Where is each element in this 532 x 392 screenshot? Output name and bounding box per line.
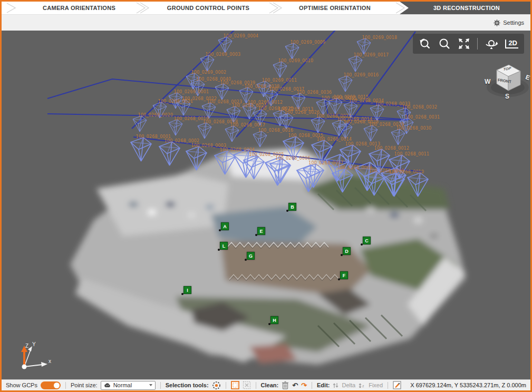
gcp-point — [268, 323, 270, 325]
zoom-reset-icon[interactable] — [419, 37, 431, 50]
axis-y-label: Y — [32, 341, 36, 347]
edit-points-icon[interactable] — [393, 381, 401, 389]
gcp-point — [219, 229, 221, 231]
chevron-down-icon — [149, 384, 152, 386]
show-gcps-toggle[interactable] — [41, 381, 61, 389]
fixed-button[interactable]: Fixed — [369, 382, 383, 388]
gcp-marker-G[interactable]: G — [247, 252, 255, 260]
gcp-label: C — [363, 237, 371, 244]
toggle-knob — [54, 383, 60, 388]
gcp-point — [255, 234, 257, 236]
gcp-label: I — [183, 286, 191, 294]
separator — [312, 382, 312, 389]
app-window: CAMERA ORIENTATIONS GROUND CONTROL POINT… — [0, 0, 532, 392]
selection-tools-label: Selection tools: — [166, 382, 209, 388]
axis-gizmo: x Y Z — [15, 342, 57, 375]
gcp-point — [361, 243, 363, 246]
clean-label: Clean: — [261, 382, 279, 388]
axis-x-label: x — [49, 358, 51, 364]
workflow-tab-bar: CAMERA ORIENTATIONS GROUND CONTROL POINT… — [2, 2, 530, 14]
settings-bar: Settings — [2, 14, 530, 31]
gcp-marker-C[interactable]: C — [363, 237, 371, 244]
separator — [65, 382, 66, 389]
tab-camera-orientations[interactable]: CAMERA ORIENTATIONS — [43, 2, 115, 14]
gcp-point — [286, 210, 288, 212]
zoom-icon[interactable] — [438, 37, 451, 50]
gcp-point — [341, 254, 343, 256]
point-size-label: Point size: — [71, 382, 98, 388]
delta-arrows-icon — [333, 382, 338, 389]
orbit-3d-icon[interactable] — [485, 37, 498, 51]
tab-3d-reconstruction[interactable]: 3D RECONSTRUCTION — [433, 2, 500, 14]
tab-ground-control-points[interactable]: GROUND CONTROL POINTS — [167, 2, 249, 14]
gcp-marker-F[interactable]: F — [340, 271, 348, 279]
separator — [160, 382, 161, 389]
show-gcps-label: Show GCPs — [6, 382, 37, 388]
chevron-sep-icon — [269, 3, 278, 13]
settings-button[interactable]: Settings — [494, 19, 524, 26]
edit-label: Edit: — [317, 382, 330, 388]
gcp-point — [338, 278, 340, 280]
separator — [256, 382, 256, 389]
gcp-marker-E[interactable]: E — [257, 227, 265, 235]
settings-label: Settings — [503, 19, 524, 26]
viewport-toolbar: 2D — [413, 34, 524, 54]
tab-optimise-orientation[interactable]: OPTIMISE ORIENTATION — [299, 2, 371, 14]
deselect-icon[interactable] — [243, 381, 251, 389]
gcp-point — [181, 293, 183, 295]
view-2d-button[interactable]: 2D — [505, 40, 518, 48]
chevron-lead-icon — [7, 3, 15, 13]
gcp-point — [245, 259, 247, 261]
gcp-marker-A[interactable]: A — [221, 222, 229, 230]
svg-text:z: z — [362, 384, 364, 388]
viewport-3d[interactable]: 100_0269_0001100_0269_0002100_0269_00031… — [2, 31, 530, 379]
fixed-z-arrows-icon: z — [359, 382, 365, 389]
redo-icon[interactable]: ↷ — [301, 382, 307, 389]
chevron-sep-icon — [137, 3, 145, 13]
point-size-value: Normal — [113, 382, 132, 388]
gcp-label: H — [270, 316, 278, 324]
delta-button[interactable]: Delta — [342, 382, 355, 388]
gcp-point — [218, 249, 220, 251]
point-cloud-icon — [104, 383, 111, 388]
chevron-sep-icon — [396, 3, 404, 13]
cursor-coordinates: X 697629.124m, Y 5335243.271m, Z 0.000m — [410, 382, 526, 388]
trash-icon[interactable] — [282, 381, 289, 389]
gcp-marker-I[interactable]: I — [183, 286, 191, 294]
separator — [388, 382, 388, 389]
axis-z-label: Z — [25, 343, 28, 349]
gcp-marker-H[interactable]: H — [270, 316, 278, 324]
gcp-label: L — [220, 242, 228, 250]
gcp-label: D — [343, 247, 351, 255]
gcp-marker-L[interactable]: L — [220, 242, 228, 250]
nav-cube-south-label[interactable]: S — [505, 93, 509, 100]
gcp-label: A — [221, 222, 229, 230]
rectangle-select-icon[interactable] — [231, 381, 239, 389]
brush-select-icon[interactable] — [212, 381, 221, 390]
point-size-dropdown[interactable]: Normal — [101, 381, 156, 390]
gcp-marker-D[interactable]: D — [343, 247, 351, 255]
gcp-marker-layer: ABCDEFGHIL — [2, 31, 530, 379]
nav-cube[interactable]: TOP FRONT W E S — [482, 58, 530, 109]
toolbar-divider — [477, 38, 478, 50]
nav-cube-west-label[interactable]: W — [485, 78, 490, 85]
fit-view-icon[interactable] — [458, 37, 470, 50]
gcp-label: B — [288, 203, 296, 211]
gcp-label: G — [247, 252, 255, 260]
status-bar: Show GCPs Point size: Normal Selection t… — [2, 379, 530, 390]
gcp-label: F — [340, 271, 348, 279]
gear-icon — [494, 19, 500, 26]
separator — [226, 382, 226, 389]
gcp-label: E — [257, 227, 265, 235]
gcp-marker-B[interactable]: B — [288, 203, 296, 211]
undo-icon[interactable]: ↶ — [292, 382, 298, 389]
